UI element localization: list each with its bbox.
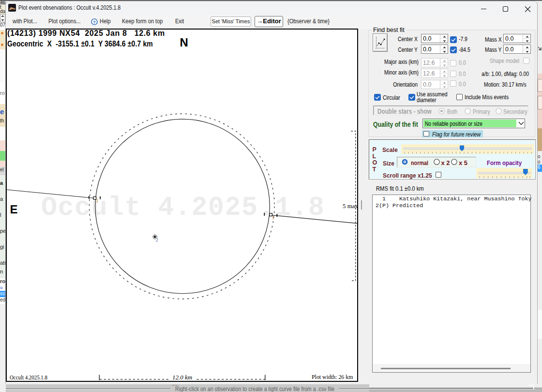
svg-text:?: ? (93, 19, 96, 24)
